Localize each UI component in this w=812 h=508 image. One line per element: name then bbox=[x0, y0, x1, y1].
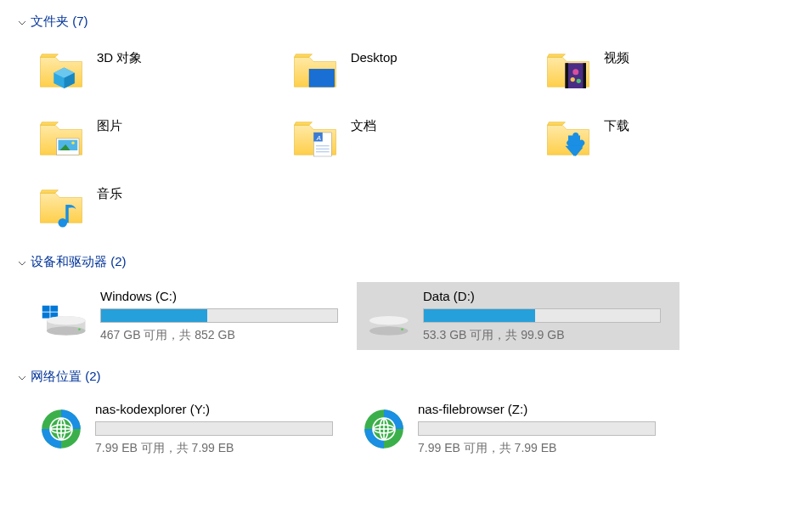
svg-point-14 bbox=[71, 142, 75, 145]
globe-network-icon bbox=[39, 407, 83, 451]
drives-grid: Windows (C:) 467 GB 可用，共 852 GB Data (D:… bbox=[17, 275, 795, 364]
chevron-down-icon bbox=[17, 17, 27, 27]
folders-grid: 3D 对象 Desktop 视频 bbox=[17, 35, 795, 249]
network-item[interactable]: nas-filebrowser (Z:) 7.99 EB 可用，共 7.99 E… bbox=[357, 397, 679, 461]
folder-item[interactable]: A 文档 bbox=[288, 113, 542, 164]
svg-rect-28 bbox=[42, 313, 50, 319]
chevron-down-icon bbox=[17, 257, 27, 268]
section-title: 网络位置 (2) bbox=[31, 369, 101, 385]
downloads-folder-icon bbox=[544, 116, 592, 161]
desktop-folder-icon bbox=[291, 48, 339, 93]
drive-name: Windows (C:) bbox=[100, 289, 350, 303]
svg-rect-7 bbox=[584, 63, 587, 88]
drive-status: 53.3 GB 可用，共 99.9 GB bbox=[423, 328, 673, 343]
video-folder-icon bbox=[544, 48, 592, 93]
network-status: 7.99 EB 可用，共 7.99 EB bbox=[418, 441, 674, 456]
folder-item[interactable]: 图片 bbox=[34, 113, 288, 164]
music-folder-icon bbox=[37, 184, 85, 229]
drive-status: 467 GB 可用，共 852 GB bbox=[100, 328, 350, 343]
pictures-folder-icon bbox=[37, 116, 85, 161]
drive-usage-bar bbox=[423, 308, 661, 323]
folder-label: 3D 对象 bbox=[97, 48, 142, 66]
network-usage-bar bbox=[95, 421, 333, 436]
globe-network-icon bbox=[362, 407, 406, 451]
network-grid: nas-kodexplorer (Y:) 7.99 EB 可用，共 7.99 E… bbox=[17, 390, 795, 475]
svg-rect-27 bbox=[50, 306, 58, 312]
drive-item[interactable]: Data (D:) 53.3 GB 可用，共 99.9 GB bbox=[357, 282, 679, 350]
drive-icon bbox=[364, 295, 411, 337]
svg-point-33 bbox=[47, 316, 86, 325]
section-title: 设备和驱动器 (2) bbox=[31, 254, 127, 270]
documents-folder-icon: A bbox=[291, 116, 339, 161]
drive-usage-bar bbox=[100, 308, 338, 323]
svg-point-34 bbox=[78, 328, 81, 330]
section-header-network[interactable]: 网络位置 (2) bbox=[17, 364, 795, 390]
network-info: nas-kodexplorer (Y:) 7.99 EB 可用，共 7.99 E… bbox=[95, 402, 352, 456]
network-info: nas-filebrowser (Z:) 7.99 EB 可用，共 7.99 E… bbox=[418, 402, 674, 456]
section-header-folders[interactable]: 文件夹 (7) bbox=[17, 8, 795, 35]
network-usage-bar bbox=[418, 421, 656, 436]
svg-point-10 bbox=[577, 79, 581, 83]
svg-text:A: A bbox=[315, 134, 320, 142]
svg-rect-5 bbox=[566, 63, 587, 88]
network-item[interactable]: nas-kodexplorer (Y:) 7.99 EB 可用，共 7.99 E… bbox=[34, 397, 357, 461]
folder-item[interactable]: 3D 对象 bbox=[34, 45, 288, 96]
svg-point-8 bbox=[573, 69, 579, 75]
folder-label: 图片 bbox=[97, 116, 122, 134]
svg-point-39 bbox=[401, 328, 403, 330]
drive-info: Data (D:) 53.3 GB 可用，共 99.9 GB bbox=[423, 289, 673, 343]
network-name: nas-kodexplorer (Y:) bbox=[95, 402, 352, 416]
svg-point-38 bbox=[369, 316, 409, 325]
folder-label: 文档 bbox=[351, 116, 376, 134]
folder-label: 音乐 bbox=[97, 184, 122, 202]
folder-item[interactable]: 音乐 bbox=[34, 181, 288, 232]
folder-item[interactable]: Desktop bbox=[288, 45, 542, 96]
drive-icon bbox=[41, 295, 88, 337]
section-header-devices[interactable]: 设备和驱动器 (2) bbox=[17, 249, 795, 275]
svg-point-9 bbox=[571, 77, 575, 82]
svg-rect-22 bbox=[568, 136, 580, 146]
folder-label: Desktop bbox=[351, 48, 398, 65]
network-name: nas-filebrowser (Z:) bbox=[418, 402, 674, 416]
svg-point-37 bbox=[369, 326, 409, 336]
svg-rect-25 bbox=[65, 205, 69, 223]
svg-point-32 bbox=[47, 326, 86, 336]
3d-folder-icon bbox=[37, 48, 85, 93]
folder-label: 下载 bbox=[604, 116, 629, 134]
section-title: 文件夹 (7) bbox=[31, 14, 88, 30]
svg-rect-26 bbox=[42, 306, 50, 312]
drive-info: Windows (C:) 467 GB 可用，共 852 GB bbox=[100, 289, 350, 343]
svg-rect-6 bbox=[566, 63, 569, 88]
folder-label: 视频 bbox=[604, 48, 629, 66]
drive-item[interactable]: Windows (C:) 467 GB 可用，共 852 GB bbox=[34, 282, 357, 350]
chevron-down-icon bbox=[17, 372, 27, 382]
svg-rect-3 bbox=[309, 69, 335, 87]
folder-item[interactable]: 视频 bbox=[541, 45, 795, 96]
drive-name: Data (D:) bbox=[423, 289, 673, 303]
network-status: 7.99 EB 可用，共 7.99 EB bbox=[95, 441, 352, 456]
folder-item[interactable]: 下载 bbox=[541, 113, 795, 164]
